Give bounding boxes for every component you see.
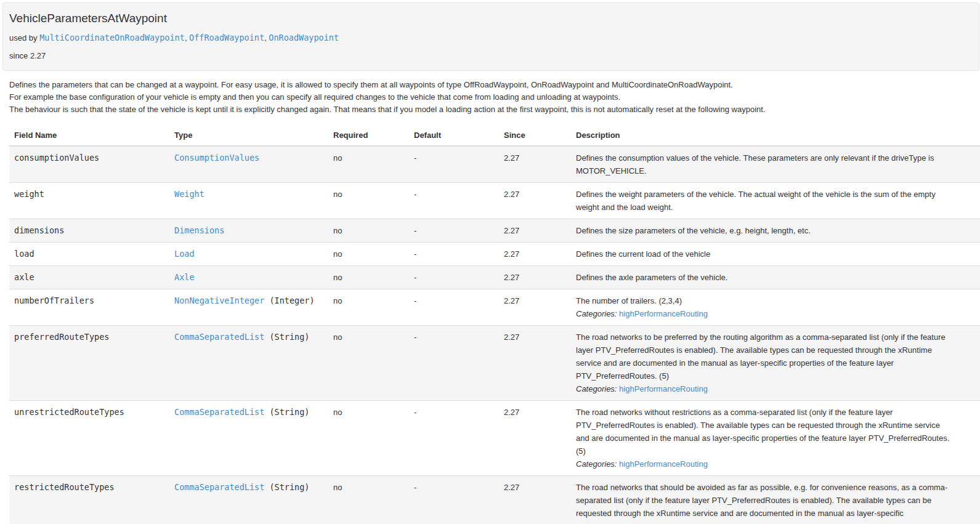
since-cell: 2.27 — [499, 326, 571, 401]
default-cell: - — [409, 146, 499, 183]
default-cell: - — [409, 266, 499, 289]
since-cell: 2.27 — [499, 266, 571, 289]
col-header-description: Description — [571, 126, 980, 146]
categories-line: Categories: highPerformanceRouting — [576, 457, 952, 470]
default-cell: - — [409, 243, 499, 266]
field-name-cell: dimensions — [9, 219, 169, 243]
default-cell: - — [409, 219, 499, 243]
type-cell: CommaSeparatedList (String) — [169, 326, 328, 401]
description-text: The road networks without restrictions a… — [576, 406, 952, 457]
col-header-since: Since — [499, 126, 571, 146]
default-cell: - — [409, 476, 499, 524]
type-suffix: (String) — [264, 332, 309, 342]
required-cell: no — [328, 401, 409, 476]
field-name-cell: load — [9, 243, 169, 266]
type-link[interactable]: NonNegativeInteger — [174, 296, 264, 305]
required-cell: no — [328, 219, 409, 243]
categories-link[interactable]: highPerformanceRouting — [619, 384, 708, 393]
description-cell: Defines the current load of the vehicle — [571, 243, 980, 266]
used-by-link[interactable]: OffRoadWaypoint — [189, 33, 264, 42]
type-link[interactable]: Dimensions — [174, 225, 224, 235]
description-text: The number of trailers. (2,3,4) — [576, 294, 952, 307]
description-text: Defines the consumption values of the ve… — [576, 151, 952, 177]
categories-link[interactable]: highPerformanceRouting — [619, 459, 708, 469]
description-text: Defines the current load of the vehicle — [576, 248, 952, 260]
table-header-row: Field Name Type Required Default Since D… — [9, 126, 980, 146]
col-header-type: Type — [169, 126, 328, 146]
type-cell: Axle — [169, 266, 328, 289]
type-cell: Load — [169, 243, 328, 266]
type-link[interactable]: CommaSeparatedList — [174, 482, 264, 492]
type-link[interactable]: CommaSeparatedList — [174, 407, 264, 417]
categories-link[interactable]: highPerformanceRouting — [619, 309, 708, 318]
since-text: since 2.27 — [9, 50, 973, 62]
table-row: preferredRouteTypes CommaSeparatedList (… — [9, 326, 980, 401]
type-link[interactable]: CommaSeparatedList — [174, 332, 264, 342]
type-cell: ConsumptionValues — [169, 146, 328, 183]
field-name-cell: restrictedRouteTypes — [9, 476, 169, 524]
type-link[interactable]: Weight — [174, 189, 205, 199]
since-cell: 2.27 — [499, 476, 571, 524]
type-link[interactable]: ConsumptionValues — [174, 153, 259, 163]
type-header-panel: VehicleParametersAtWaypoint used by Mult… — [2, 2, 979, 71]
used-by-link[interactable]: OnRoadWaypoint — [269, 33, 339, 42]
table-row: consumptionValues ConsumptionValues no -… — [9, 146, 980, 183]
description-line-3: The behaviour is such that the state of … — [9, 103, 980, 116]
type-description: Defines the parameters that can be chang… — [9, 79, 980, 116]
required-cell: no — [328, 476, 409, 524]
field-name-cell: preferredRouteTypes — [9, 326, 169, 401]
table-row: axle Axle no - 2.27 Defines the axle par… — [9, 266, 980, 289]
categories-line: Categories: highPerformanceRouting — [576, 307, 952, 320]
categories-line: Categories: highPerformanceRouting — [576, 382, 952, 395]
categories-label: Categories: — [576, 384, 617, 393]
description-cell: Defines the axle parameters of the vehic… — [571, 266, 980, 289]
description-cell: The road networks that should be avoided… — [571, 476, 980, 524]
required-cell: no — [328, 243, 409, 266]
type-cell: CommaSeparatedList (String) — [169, 401, 328, 476]
page-title: VehicleParametersAtWaypoint — [9, 11, 973, 26]
description-cell: The number of trailers. (2,3,4) Categori… — [571, 289, 980, 326]
table-row: restrictedRouteTypes CommaSeparatedList … — [9, 476, 980, 524]
since-cell: 2.27 — [499, 289, 571, 326]
type-suffix: (Integer) — [264, 296, 314, 305]
required-cell: no — [328, 326, 409, 401]
table-row: weight Weight no - 2.27 Defines the weig… — [9, 183, 980, 219]
description-text: The road networks to be preferred by the… — [576, 331, 952, 382]
categories-label: Categories: — [576, 309, 617, 318]
fields-table: Field Name Type Required Default Since D… — [9, 126, 980, 524]
type-cell: CommaSeparatedList (String) — [169, 476, 328, 524]
field-name-cell: weight — [9, 183, 169, 219]
required-cell: no — [328, 289, 409, 326]
type-link[interactable]: Load — [174, 249, 195, 259]
description-text: Defines the weight parameters of the veh… — [576, 188, 952, 214]
required-cell: no — [328, 146, 409, 183]
used-by-link[interactable]: MultiCoordinateOnRoadWaypoint — [39, 33, 185, 42]
field-name-cell: consumptionValues — [9, 146, 169, 183]
description-line-2: For example the base configuration of yo… — [9, 91, 980, 103]
default-cell: - — [409, 326, 499, 401]
description-cell: The road networks without restrictions a… — [571, 401, 980, 476]
col-header-field-name: Field Name — [9, 126, 169, 146]
description-text: Defines the axle parameters of the vehic… — [576, 271, 952, 284]
required-cell: no — [328, 183, 409, 219]
description-cell: The road networks to be preferred by the… — [571, 326, 980, 401]
type-suffix: (String) — [264, 482, 309, 492]
default-cell: - — [409, 289, 499, 326]
default-cell: - — [409, 183, 499, 219]
used-by-line: used by MultiCoordinateOnRoadWaypoint, O… — [9, 31, 973, 44]
type-link[interactable]: Axle — [174, 272, 195, 282]
since-cell: 2.27 — [499, 243, 571, 266]
description-line-1: Defines the parameters that can be chang… — [9, 79, 980, 91]
field-name-cell: numberOfTrailers — [9, 289, 169, 326]
used-by-links: MultiCoordinateOnRoadWaypoint, OffRoadWa… — [39, 33, 339, 42]
description-text: Defines the size parameters of the vehic… — [576, 224, 952, 237]
description-cell: Defines the consumption values of the ve… — [571, 146, 980, 183]
type-cell: Dimensions — [169, 219, 328, 243]
table-row: dimensions Dimensions no - 2.27 Defines … — [9, 219, 980, 243]
col-header-default: Default — [409, 126, 499, 146]
description-cell: Defines the size parameters of the vehic… — [571, 219, 980, 243]
field-name-cell: unrestrictedRouteTypes — [9, 401, 169, 476]
default-cell: - — [409, 401, 499, 476]
required-cell: no — [328, 266, 409, 289]
since-cell: 2.27 — [499, 219, 571, 243]
